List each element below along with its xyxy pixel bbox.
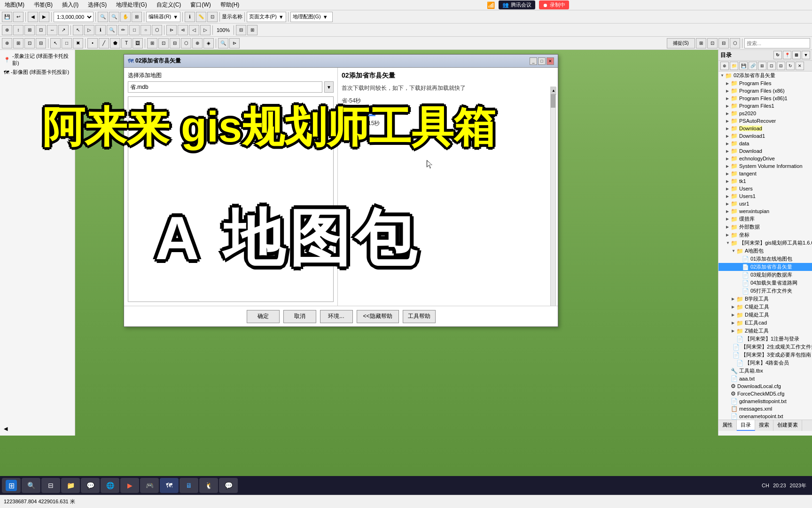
tree-item[interactable]: 📄 【阿来荣】1注册与登录 xyxy=(718,335,812,343)
tree-item[interactable]: ▶ 📁 坐标 xyxy=(718,231,812,239)
tree-item[interactable]: ▶ 📁 E工具cad xyxy=(718,319,812,327)
tb2-navi2[interactable]: ▷ xyxy=(200,25,211,35)
tb3-select2[interactable]: □ xyxy=(62,38,72,48)
tb2-draw3[interactable]: ○ xyxy=(141,25,151,35)
tb3-grp3[interactable]: ⊟ xyxy=(170,38,180,48)
tree-item[interactable]: 📄 04加载矢量省道路网 xyxy=(718,279,812,287)
rp-tb4[interactable]: 🔗 xyxy=(749,62,757,70)
tree-item[interactable]: ▶ 📁 data xyxy=(718,140,812,147)
tb-save-btn[interactable]: 💾 xyxy=(2,12,12,22)
tree-item[interactable]: ▼ 📁 【阿来荣】gis规划师工具箱1.6.6_4 xyxy=(718,239,812,247)
rp-tb6[interactable]: ⊡ xyxy=(767,62,776,70)
tab-catalog[interactable]: 目录 xyxy=(737,420,755,431)
tb3-point[interactable]: • xyxy=(87,38,98,48)
gis-app-btn[interactable]: 🗺 xyxy=(160,478,179,493)
tb3-snap[interactable]: ⊕ xyxy=(2,38,12,48)
tb3-grp4[interactable]: ⬡ xyxy=(181,38,191,48)
menu-window[interactable]: 窗口(W) xyxy=(187,0,213,10)
rp-refresh[interactable]: ↻ xyxy=(773,51,782,59)
tree-item[interactable]: ▶ 📁 D规处工具 xyxy=(718,311,812,319)
tb3-erase[interactable]: ✖ xyxy=(73,38,83,48)
tb2-btn1[interactable]: ⊕ xyxy=(2,25,12,35)
tb3-grid2[interactable]: ⊡ xyxy=(24,38,35,48)
tb2-cursor[interactable]: ↖ xyxy=(73,25,83,35)
tb2-btn2[interactable]: ↕ xyxy=(13,25,23,35)
tree-item[interactable]: ▶ 📁 Download xyxy=(718,147,812,155)
tree-item[interactable]: ▶ 📁 Z辅处工具 xyxy=(718,327,812,335)
tree-item[interactable]: ⚙ DownloadLocal.cfg xyxy=(718,382,812,390)
tb3-r2[interactable]: ⊡ xyxy=(707,38,718,48)
wechat-btn[interactable]: 💬 xyxy=(219,478,238,493)
tab-properties[interactable]: 属性 xyxy=(718,420,737,431)
maximize-button[interactable]: □ xyxy=(538,57,546,65)
tb3-r1[interactable]: ⊞ xyxy=(696,38,706,48)
tree-item[interactable]: ▶ 📁 System Volume Information xyxy=(718,162,812,170)
menu-select[interactable]: 选择(S) xyxy=(85,0,109,10)
rp-locate[interactable]: 📍 xyxy=(783,51,791,59)
tb3-polygon[interactable]: ⬟ xyxy=(110,38,120,48)
tb2-switch1[interactable]: ⊟ xyxy=(236,25,246,35)
tree-item[interactable]: 📄 gdnamelisttopoint.txt xyxy=(718,397,812,405)
tool-help-button[interactable]: 工具帮助 xyxy=(403,310,436,323)
tree-item[interactable]: ▶ 📁 C规处工具 xyxy=(718,303,812,311)
tb3-grid3[interactable]: ⊟ xyxy=(36,38,46,48)
env-button[interactable]: 环境... xyxy=(320,310,353,323)
menu-map[interactable]: 地图(M) xyxy=(2,0,27,10)
tree-item[interactable]: 📄 aaa.txt xyxy=(718,375,812,382)
tb2-btn5[interactable]: ↔ xyxy=(47,25,57,35)
tb2-switch2[interactable]: ⊞ xyxy=(247,25,258,35)
screen-btn[interactable]: 🖥 xyxy=(180,478,198,493)
tree-item[interactable]: ▶ 📁 Download1 xyxy=(718,132,812,140)
tab-search[interactable]: 搜索 xyxy=(755,420,773,431)
tb3-r3[interactable]: ⊟ xyxy=(718,38,729,48)
scroll-up-btn[interactable]: ▲ xyxy=(551,87,556,95)
tree-item[interactable]: 📄 02添加省市县矢量 xyxy=(718,263,812,271)
tb-undo-btn[interactable]: ↩ xyxy=(13,12,23,22)
tree-item[interactable]: ⚙ ForceCheckMD5.cfg xyxy=(718,390,812,397)
rp-tb3[interactable]: 💾 xyxy=(739,62,748,70)
tree-item[interactable]: ▶ 📁 Users1 xyxy=(718,192,812,200)
tb3-text[interactable]: T xyxy=(121,38,132,48)
capture-btn[interactable]: 捕捉(S) xyxy=(667,38,695,48)
browser-btn[interactable]: 🌐 xyxy=(101,478,119,493)
menu-geoprocess[interactable]: 地理处理(G) xyxy=(113,0,149,10)
tb2-draw4[interactable]: ⬡ xyxy=(152,25,162,35)
tb2-identify[interactable]: 🔍 xyxy=(107,25,117,35)
tree-item[interactable]: ▶ 📁 tangent xyxy=(718,170,812,177)
menu-insert[interactable]: 插入(I) xyxy=(59,0,81,10)
tb2-bookmark2[interactable]: ⊲ xyxy=(178,25,188,35)
tb2-btn6[interactable]: ↗ xyxy=(58,25,69,35)
tree-item[interactable]: ▶ 📁 Download xyxy=(718,125,812,132)
dropdown-arrow-btn[interactable]: ▼ xyxy=(324,81,334,93)
media-btn[interactable]: ▶ xyxy=(120,478,139,493)
tb2-btn4[interactable]: ⊡ xyxy=(36,25,46,35)
tb3-r4[interactable]: ⬡ xyxy=(730,38,740,48)
tree-item[interactable]: ▶ 📁 Program Files1 xyxy=(718,102,812,110)
tree-item[interactable]: ▶ 📁 usr1 xyxy=(718,200,812,207)
tb2-draw2[interactable]: □ xyxy=(129,25,140,35)
tree-item[interactable]: ▶ 📁 B学段工具 xyxy=(718,295,812,303)
tree-item[interactable]: ▶ 📁 Users xyxy=(718,185,812,192)
scale-dropdown[interactable]: 1:3,000,000 xyxy=(54,12,94,22)
map-list-area[interactable] xyxy=(128,96,334,302)
qq-btn[interactable]: 🐧 xyxy=(199,478,218,493)
tree-item[interactable]: 📄 03规划师的数据库 xyxy=(718,271,812,279)
tb3-grp6[interactable]: ◈ xyxy=(203,38,214,48)
rp-expand[interactable]: ⊞ xyxy=(792,51,801,59)
chat-btn[interactable]: 💬 xyxy=(81,478,100,493)
taskview-button[interactable]: ⊟ xyxy=(41,478,60,493)
tb-extent[interactable]: ⊞ xyxy=(132,12,142,22)
tree-item[interactable]: ▼ 📁 A地图包 xyxy=(718,247,812,255)
tree-item[interactable]: 📄 05打开工作文件夹 xyxy=(718,287,812,295)
tb-measure[interactable]: 📏 xyxy=(196,12,206,22)
tb3-grp2[interactable]: ⊡ xyxy=(158,38,169,48)
tree-item[interactable]: ▶ 📁 Program Files (x86)1 xyxy=(718,95,812,102)
tree-item[interactable]: ▶ 📁 外部数据 xyxy=(718,223,812,231)
tb-back-btn[interactable]: ◀ xyxy=(28,12,38,22)
tb-pan[interactable]: ✋ xyxy=(120,12,131,22)
tree-item[interactable]: 📄 【阿来】4路套会员 xyxy=(718,359,812,367)
tb2-bookmark1[interactable]: ⊳ xyxy=(166,25,177,35)
tree-item[interactable]: ▶ 📁 ps2020 xyxy=(718,110,812,117)
tb3-grid1[interactable]: ⊞ xyxy=(13,38,23,48)
tab-create-feature[interactable]: 创建要素 xyxy=(773,420,802,431)
